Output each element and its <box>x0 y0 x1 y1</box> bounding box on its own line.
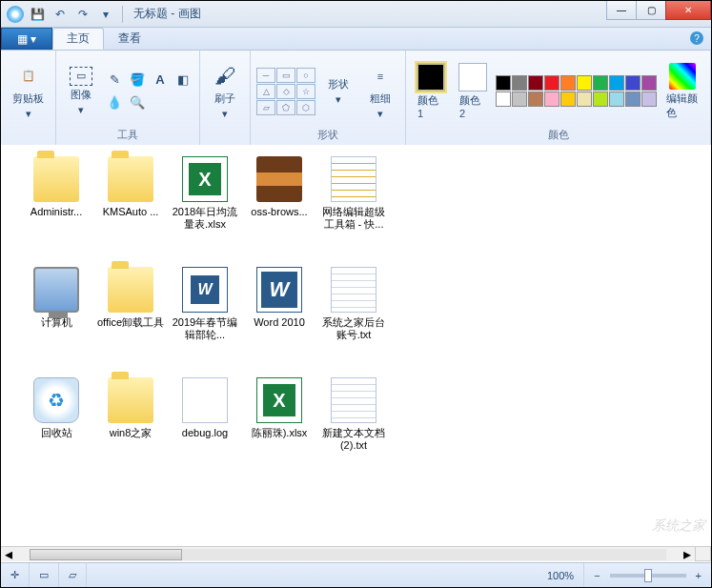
color-swatch[interactable] <box>641 91 657 107</box>
color-swatch[interactable] <box>528 91 543 107</box>
color1-button[interactable]: 颜色 1 <box>412 61 450 121</box>
colors-group-label: 颜色 <box>548 128 569 143</box>
select-button[interactable]: ▭ 图像 ▾ <box>62 65 100 118</box>
file-label: 系统之家后台账号.txt <box>318 316 389 341</box>
minimize-button[interactable]: — <box>606 1 637 20</box>
color-swatch[interactable] <box>625 75 641 91</box>
file-item[interactable]: debug.log <box>169 377 241 482</box>
shape-item[interactable]: ▱ <box>256 100 275 115</box>
color-swatch[interactable] <box>593 75 608 91</box>
color-swatch[interactable] <box>512 75 527 91</box>
chevron-down-icon: ▾ <box>222 108 228 120</box>
color-swatch[interactable] <box>560 91 576 107</box>
color-swatch[interactable] <box>512 91 527 107</box>
file-item[interactable]: 2019年春节编辑部轮... <box>169 267 241 372</box>
statusbar: ✛ ▭ ▱ 100% − + <box>1 562 711 587</box>
select-icon: ▭ <box>70 67 92 86</box>
color-swatch[interactable] <box>544 91 559 107</box>
folder-user-icon <box>33 156 79 202</box>
size-icon: ≡ <box>367 63 394 90</box>
eraser-tool[interactable]: ◧ <box>173 70 193 91</box>
help-icon[interactable]: ? <box>690 31 703 45</box>
folder-icon <box>108 267 153 313</box>
shape-item[interactable]: ◇ <box>276 84 295 99</box>
tools-group-label: 工具 <box>117 128 138 143</box>
qat-undo[interactable]: ↶ <box>51 5 70 24</box>
qat-redo[interactable]: ↷ <box>73 5 92 24</box>
color-swatch[interactable] <box>577 91 592 107</box>
bucket-tool[interactable]: 🪣 <box>127 70 148 91</box>
brush-button[interactable]: 🖌 刷子 ▾ <box>206 61 244 122</box>
shape-item[interactable]: ⬠ <box>276 100 295 115</box>
clipboard-icon: 📋 <box>15 63 42 90</box>
color-swatch[interactable] <box>560 75 576 91</box>
file-item[interactable]: 2018年日均流量表.xlsx <box>169 156 241 261</box>
tab-view[interactable]: 查看 <box>104 28 155 50</box>
word-app-icon <box>256 267 302 313</box>
file-menu-button[interactable]: ▦ ▾ <box>1 28 52 50</box>
color-swatch[interactable] <box>609 75 624 91</box>
shape-item[interactable]: ○ <box>296 68 315 83</box>
edit-colors-label: 编辑颜色 <box>666 91 699 120</box>
file-item[interactable]: 网络编辑超级工具箱 - 快... <box>317 156 390 261</box>
file-label: Administr... <box>31 206 82 218</box>
file-label: office卸载工具 <box>97 316 164 329</box>
ribbon-tabs: ▦ ▾ 主页 查看 ? <box>1 28 711 51</box>
maximize-button[interactable]: ▢ <box>636 1 666 20</box>
file-item[interactable]: 回收站 <box>20 377 92 482</box>
shape-item[interactable]: ☆ <box>296 84 315 99</box>
color-swatch[interactable] <box>496 75 511 91</box>
file-item[interactable]: Administr... <box>20 156 92 261</box>
shape-item[interactable]: ⬡ <box>296 100 315 115</box>
color-swatch[interactable] <box>593 91 608 107</box>
edit-colors-button[interactable]: 编辑颜色 <box>661 61 704 122</box>
file-item[interactable]: win8之家 <box>94 377 167 482</box>
color-swatch[interactable] <box>528 75 543 91</box>
file-label: KMSAuto ... <box>103 206 159 218</box>
shape-item[interactable]: ▭ <box>276 68 295 83</box>
close-button[interactable]: ✕ <box>665 1 711 20</box>
color-swatch[interactable] <box>577 75 592 91</box>
window-title: 无标题 - 画图 <box>133 6 201 22</box>
shape-item[interactable]: △ <box>256 84 275 99</box>
tab-home[interactable]: 主页 <box>52 28 104 50</box>
file-item[interactable]: office卸载工具 <box>94 267 167 372</box>
color-swatch[interactable] <box>544 75 559 91</box>
file-item[interactable]: KMSAuto ... <box>94 156 167 261</box>
color-swatch[interactable] <box>641 75 657 91</box>
qat-save[interactable]: 💾 <box>28 5 47 24</box>
zoom-slider[interactable] <box>610 574 686 578</box>
zoom-in-button[interactable]: + <box>696 570 702 581</box>
picker-tool[interactable]: 💧 <box>104 92 125 113</box>
zoom-out-button[interactable]: − <box>594 570 600 581</box>
pencil-tool[interactable]: ✎ <box>104 70 125 91</box>
file-label: oss-brows... <box>251 206 307 218</box>
cursor-position: ✛ <box>1 563 30 587</box>
file-item[interactable]: 计算机 <box>20 267 92 372</box>
color-swatch[interactable] <box>609 91 624 107</box>
horizontal-scrollbar[interactable]: ◂ ▸ <box>1 546 695 561</box>
clipboard-button[interactable]: 📋 剪贴板 ▾ <box>7 61 50 122</box>
shape-item[interactable]: ─ <box>256 68 275 83</box>
shapes-gallery[interactable]: ─▭○△◇☆▱⬠⬡ <box>256 68 315 115</box>
excel-icon <box>256 377 302 423</box>
size-button[interactable]: ≡ 粗细 ▾ <box>361 61 399 122</box>
file-item[interactable]: Word 2010 <box>243 267 315 372</box>
color-swatch[interactable] <box>496 91 511 107</box>
magnifier-tool[interactable]: 🔍 <box>127 92 148 113</box>
watermark: 系统之家 <box>652 517 705 535</box>
color1-label: 颜色 1 <box>417 93 444 119</box>
file-item[interactable]: oss-brows... <box>243 156 315 261</box>
color2-button[interactable]: 颜色 2 <box>454 61 492 121</box>
shapes-button[interactable]: 形状 ▾ <box>319 75 357 108</box>
text-tool[interactable]: A <box>150 70 171 91</box>
canvas-area[interactable]: Administr...KMSAuto ...2018年日均流量表.xlsxos… <box>1 145 711 561</box>
file-item[interactable]: 新建文本文档(2).txt <box>317 377 390 482</box>
qat-customize[interactable]: ▾ <box>96 5 115 24</box>
computer-icon <box>33 267 79 313</box>
file-label: 网络编辑超级工具箱 - 快... <box>318 206 389 231</box>
file-item[interactable]: 陈丽珠).xlsx <box>243 377 315 482</box>
color-swatch[interactable] <box>625 91 641 107</box>
ribbon: 📋 剪贴板 ▾ ▭ 图像 ▾ ✎ 🪣 A ◧ 💧 🔍 工具 <box>1 51 711 146</box>
file-item[interactable]: 系统之家后台账号.txt <box>317 267 390 372</box>
